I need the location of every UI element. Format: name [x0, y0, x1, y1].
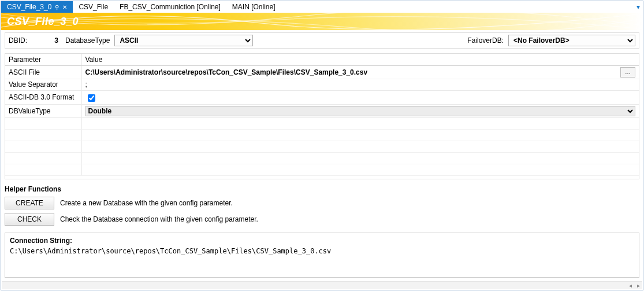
column-header-value[interactable]: Value [81, 54, 639, 65]
tab-strip: CSV_File_3_0 ⚲ ✕ CSV_File FB_CSV_Communi… [1, 1, 643, 13]
table-row [5, 152, 639, 164]
create-button[interactable]: CREATE [5, 197, 54, 209]
scroll-right-icon[interactable]: ▸ [634, 282, 642, 290]
dbid-input[interactable] [32, 36, 61, 45]
pin-icon[interactable]: ⚲ [55, 4, 59, 10]
dbtype-label: DatabaseType [65, 36, 110, 45]
chevron-down-icon: ▾ [636, 3, 640, 11]
param-row-dbvaluetype: DBValueType Double [5, 104, 639, 117]
ascii-db-format-checkbox[interactable] [88, 94, 95, 102]
tab-label: FB_CSV_Communiction [Online] [120, 3, 221, 11]
param-row-ascii-file: ASCII File C:\Users\Administrator\source… [5, 65, 639, 79]
connection-string-title: Connection String: [10, 237, 634, 245]
parameter-grid: Parameter Value ASCII File C:\Users\Admi… [5, 53, 639, 179]
connection-string-value: C:\Users\Administrator\source\repos\TcCo… [10, 247, 634, 255]
helper-title: Helper Functions [5, 185, 639, 193]
column-header-parameter[interactable]: Parameter [5, 54, 81, 65]
helper-functions: Helper Functions CREATE Create a new Dat… [5, 185, 639, 229]
param-label: ASCII-DB 3.0 Format [5, 90, 81, 104]
table-row [5, 141, 639, 152]
create-description: Create a new Database with the given con… [60, 199, 233, 207]
param-value-ascii-file[interactable]: C:\Users\Administrator\source\repos\TcCo… [81, 65, 615, 79]
tab-overflow-button[interactable]: ▾ [634, 1, 643, 13]
tab-main-online[interactable]: MAIN [Online] [226, 1, 281, 13]
param-row-value-separator: Value Separator ; [5, 79, 639, 90]
param-value-separator[interactable]: ; [81, 79, 639, 90]
page-banner: CSV_File_3_0 [1, 13, 643, 30]
page-title: CSV_File_3_0 [7, 16, 79, 28]
tab-label: MAIN [Online] [232, 3, 276, 11]
failover-label: FailoverDB: [467, 36, 504, 45]
database-type-select[interactable]: ASCII [114, 35, 253, 46]
check-description: Check the Database connection with the g… [60, 215, 258, 223]
check-button[interactable]: CHECK [5, 213, 54, 226]
table-row [5, 129, 639, 141]
table-row [5, 117, 639, 129]
tab-csv-file-3-0[interactable]: CSV_File_3_0 ⚲ ✕ [1, 1, 73, 13]
db-value-type-select[interactable]: Double [85, 106, 636, 116]
scroll-left-icon[interactable]: ◂ [626, 282, 634, 290]
param-label: DBValueType [5, 104, 81, 117]
tab-csv-file[interactable]: CSV_File [73, 1, 114, 13]
failover-db-select[interactable]: <No FailoverDB> [508, 35, 635, 46]
tab-label: CSV_File_3_0 [7, 3, 51, 11]
connection-string-panel: Connection String: C:\Users\Administrato… [5, 233, 639, 278]
browse-file-button[interactable]: … [620, 67, 635, 78]
param-row-ascii-db-format: ASCII-DB 3.0 Format [5, 90, 639, 104]
close-icon[interactable]: ✕ [62, 4, 67, 10]
db-config-row: DBID: DatabaseType ASCII FailoverDB: <No… [5, 32, 639, 49]
horizontal-scrollbar[interactable]: ◂ ▸ [2, 281, 642, 289]
tab-fb-csv-communication[interactable]: FB_CSV_Communiction [Online] [114, 1, 226, 13]
param-label: Value Separator [5, 79, 81, 90]
table-row [5, 164, 639, 175]
dbid-label: DBID: [9, 36, 27, 45]
param-label: ASCII File [5, 65, 81, 79]
tab-label: CSV_File [79, 3, 108, 11]
banner-decoration [1, 13, 643, 30]
ellipsis-icon: … [625, 69, 631, 75]
